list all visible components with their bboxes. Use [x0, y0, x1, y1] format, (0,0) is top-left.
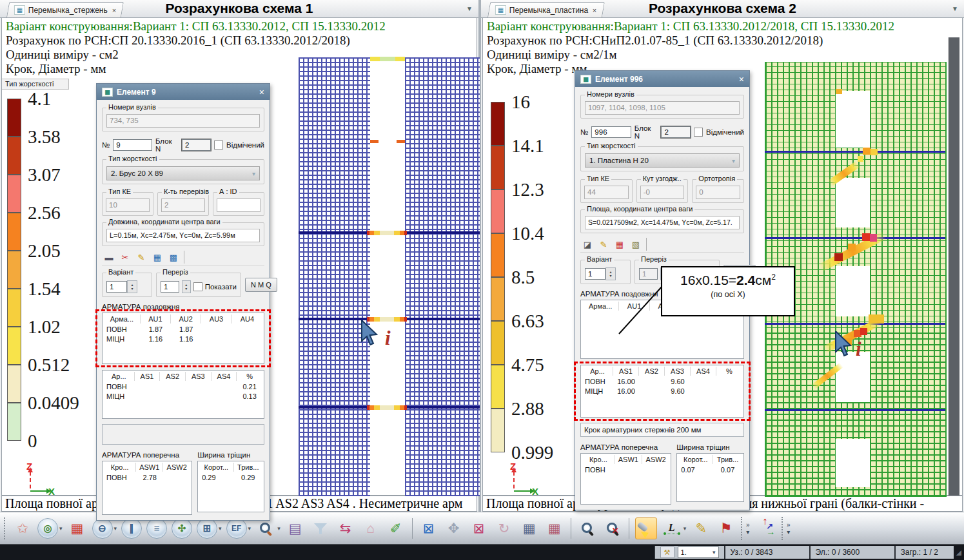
ef-blocks-caret[interactable]: ▾	[248, 525, 251, 532]
element-number-input[interactable]: 9	[113, 139, 152, 151]
brush-icon[interactable]: ✐	[386, 518, 406, 539]
vertical-elements-icon[interactable]: ∥	[121, 518, 142, 539]
length-dim-caret[interactable]: ▾	[684, 525, 687, 532]
solid-icon[interactable]: ▧	[629, 238, 643, 251]
grid-lines-icon[interactable]: ⊞	[197, 518, 217, 539]
lintel-strip[interactable]	[367, 231, 407, 235]
spinner-arrows-icon[interactable]	[605, 267, 616, 280]
horizontal-elements-icon[interactable]: ≡	[146, 518, 167, 539]
section-spinner[interactable]: 1	[161, 281, 179, 293]
stiffness-select[interactable]: 2. Брус 20 Х 89	[106, 166, 260, 180]
resize-grip-icon[interactable]	[954, 548, 964, 557]
fragment-icon[interactable]: ▤	[285, 518, 306, 539]
spinner-arrows-icon[interactable]	[182, 280, 191, 293]
chevron-down-icon[interactable]: ▼	[466, 5, 473, 12]
tab-peremychka-plastina[interactable]: ▦ Перемычка_пластина ×	[487, 2, 605, 17]
tab-close-icon[interactable]: ×	[593, 6, 596, 14]
swap-fragment-icon[interactable]: ⇆	[335, 518, 356, 539]
lintel-strip[interactable]	[370, 57, 405, 61]
variant-combo-value: 1.	[681, 548, 687, 556]
reinforcement-bottom-icon[interactable]: ▩	[166, 251, 181, 264]
flashlight-icon[interactable]	[635, 517, 657, 539]
view-pen-icon[interactable]	[255, 518, 276, 539]
mesh-nodes-icon[interactable]: ▦	[67, 518, 88, 539]
select-element-icon[interactable]: ⊖	[92, 518, 113, 539]
lintel-strip[interactable]	[367, 405, 407, 410]
restore-fragment-icon[interactable]: ↻	[494, 518, 515, 539]
crack-column: Ширина тріщин Корот...Трив...0.070.07	[676, 443, 744, 502]
zoom-reset-icon[interactable]: ✕	[602, 518, 623, 539]
toolbar-overflow-1[interactable]: »▾	[741, 517, 753, 540]
toolbar-overflow-2[interactable]: »▾	[782, 517, 794, 540]
empty-result-box	[102, 424, 264, 445]
divider	[184, 251, 184, 264]
window-opening	[836, 266, 870, 316]
grid-lines-caret[interactable]: ▾	[219, 525, 222, 532]
table-cell: ПОВН	[582, 466, 615, 474]
nodes-group: Номери вузлів 1097, 1104, 1098, 1105	[580, 95, 744, 119]
rod-icon[interactable]: ▬	[102, 251, 116, 264]
ef-blocks-icon[interactable]: EF	[226, 518, 247, 539]
block-input[interactable]: 2	[182, 139, 211, 151]
canvas-left[interactable]: Варіант конструювання:Вариант 1: СП 63.1…	[1, 17, 477, 496]
show-checkbox[interactable]	[193, 282, 202, 291]
legend-band	[7, 289, 21, 327]
flag-edit-icon[interactable]: ⚑	[716, 518, 736, 539]
toolbar-grip	[4, 517, 8, 539]
table-header: Корот...	[199, 463, 233, 472]
hide-elements-icon[interactable]: ⊠	[418, 518, 439, 539]
tab-close-icon[interactable]: ×	[112, 6, 116, 14]
reinforcement-grid-icon[interactable]: ▦	[613, 238, 627, 251]
axes-triad-icon[interactable]: ↑↗→	[758, 519, 777, 538]
dialog-titlebar[interactable]: ▦ Елемент 9 ×	[97, 84, 270, 100]
element-number-input[interactable]: 996	[591, 126, 631, 138]
variant-spinner[interactable]: 1	[585, 268, 605, 280]
fe-mesh-column-left[interactable]	[299, 57, 370, 496]
frame-fragment-icon[interactable]: ⌂	[360, 518, 381, 539]
section-cut-icon[interactable]: ✂	[118, 251, 132, 264]
spinner-arrows-icon[interactable]	[127, 280, 137, 293]
hammer-icon[interactable]: ⚒	[660, 546, 674, 558]
canvas-right[interactable]: Варіант конструювання:Вариант 1: СП 63.1…	[482, 17, 963, 496]
aid-field[interactable]	[217, 198, 261, 212]
design-variant-line: Варіант конструювання:Вариант 1: СП 63.1…	[487, 19, 894, 34]
variant-combo[interactable]: 1.	[678, 546, 719, 558]
slab-icon[interactable]: ◪	[580, 238, 595, 251]
callout-pointer-line	[614, 280, 667, 338]
fe-mesh-column-right[interactable]	[405, 57, 480, 496]
close-icon[interactable]: ×	[259, 87, 264, 97]
stiffness-select[interactable]: 1. Пластина Н 20	[585, 153, 740, 168]
marked-checkbox[interactable]	[214, 140, 223, 150]
reinforcement-top-icon[interactable]: ▦	[150, 251, 164, 264]
variant-spinner[interactable]: 1	[106, 281, 127, 293]
view-pen-caret[interactable]: ▾	[277, 525, 280, 532]
pencil-icon[interactable]: ✎	[691, 518, 711, 539]
select-element-caret[interactable]: ▾	[114, 525, 117, 532]
block-input[interactable]: 2	[661, 126, 691, 138]
move-fragment-icon[interactable]: ✥	[444, 518, 464, 539]
zoom-in-icon[interactable]	[577, 518, 598, 539]
length-dim-icon[interactable]: L	[662, 518, 682, 539]
frame-view-red-icon[interactable]: ▦	[544, 518, 565, 539]
marked-checkbox[interactable]	[694, 128, 703, 137]
tools-icon[interactable]: ✎	[596, 238, 611, 251]
section-spinner[interactable]: 1	[639, 268, 658, 280]
table-cell	[186, 392, 211, 400]
scrollbar[interactable]	[949, 37, 959, 496]
tab-peremychka-sterzhen[interactable]: ▦ Перемычка_стержень ×	[6, 2, 124, 17]
frame-view-icon[interactable]: ▦	[519, 518, 540, 539]
chevron-down-icon[interactable]: ▼	[952, 5, 958, 12]
select-node-icon[interactable]: ◎	[37, 518, 58, 539]
dialog-titlebar[interactable]: ▦ Елемент 996 ×	[575, 71, 749, 87]
stiffness-group: Тип жорсткості 2. Брус 20 Х 89	[102, 159, 264, 184]
select-node-caret[interactable]: ▾	[59, 525, 63, 532]
close-icon[interactable]: ×	[739, 74, 744, 84]
legend-value: 4.1	[28, 88, 51, 110]
element-number-label: №	[580, 128, 588, 136]
tools-icon[interactable]: ✎	[134, 251, 148, 264]
filter-icon[interactable]	[310, 518, 331, 539]
hide-nodes-icon[interactable]: ⊠	[469, 518, 489, 539]
nmq-button[interactable]: N M Q	[245, 278, 277, 292]
polygon-select-icon[interactable]: ✩	[12, 518, 33, 539]
inclined-elements-icon[interactable]: ✣	[172, 518, 192, 539]
